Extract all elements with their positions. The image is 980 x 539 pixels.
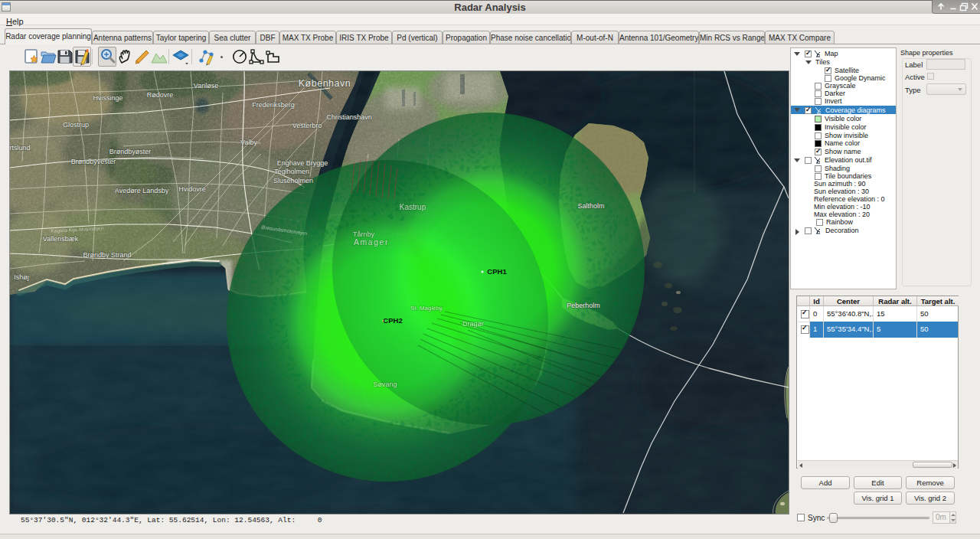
svg-text:Vanløse: Vanløse <box>194 82 218 90</box>
svg-text:Valby: Valby <box>240 139 257 146</box>
svg-text:Christianshavn: Christianshavn <box>326 113 372 121</box>
svg-text:CPH2: CPH2 <box>383 316 402 325</box>
svg-text:København: København <box>299 78 351 89</box>
svg-text:Enghave Brygge: Enghave Brygge <box>277 159 328 167</box>
svg-text:St. Magleby: St. Magleby <box>410 305 443 312</box>
svg-text:CPH1: CPH1 <box>487 267 507 276</box>
svg-text:Brøndbyvester: Brøndbyvester <box>71 158 116 165</box>
svg-text:Rødovre: Rødovre <box>147 91 174 99</box>
svg-text:Brøndbyøster: Brøndbyøster <box>109 148 152 155</box>
svg-text:Peberholm: Peberholm <box>567 302 600 309</box>
svg-text:Sluseholmen: Sluseholmen <box>273 177 313 185</box>
svg-text:Albertslund: Albertslund <box>10 144 31 152</box>
svg-text:Dragør: Dragør <box>462 320 484 328</box>
svg-text:Saltholm: Saltholm <box>577 202 604 210</box>
svg-text:Avedøre Landsby: Avedøre Landsby <box>115 187 169 194</box>
svg-text:Glostrup: Glostrup <box>63 121 89 129</box>
svg-text:Ishøj: Ishøj <box>14 273 29 281</box>
svg-text:Hvidovre: Hvidovre <box>178 185 206 193</box>
svg-text:Frederiksberg: Frederiksberg <box>252 101 295 109</box>
svg-text:Teglholmen: Teglholmen <box>274 168 309 175</box>
svg-text:Vesterbro: Vesterbro <box>292 122 322 129</box>
svg-text:Hvissinge: Hvissinge <box>93 94 122 102</box>
svg-text:Kastrup: Kastrup <box>400 203 426 211</box>
svg-text:Amager: Amager <box>354 237 389 247</box>
svg-text:Brøndby Strand: Brøndby Strand <box>83 251 131 259</box>
svg-text:Søvang: Søvang <box>373 381 397 388</box>
svg-text:Vallensbæk: Vallensbæk <box>43 235 79 243</box>
